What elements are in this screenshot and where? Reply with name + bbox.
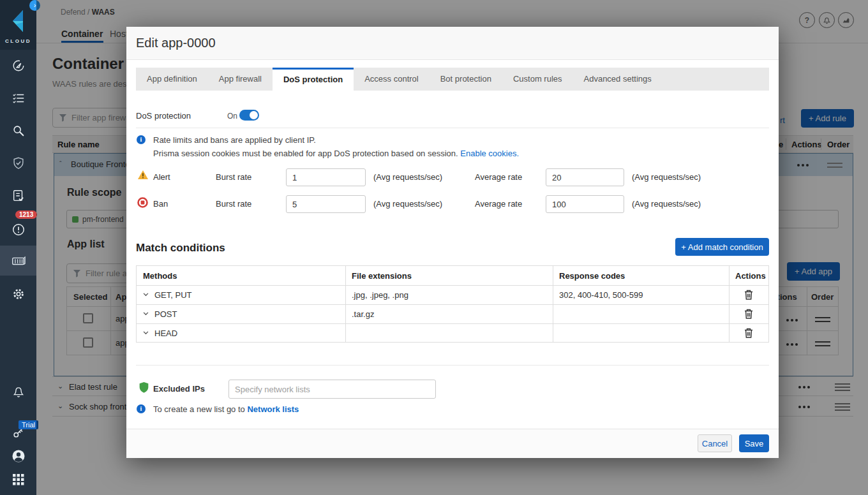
match-row-actions [729,323,768,343]
methods-header: Methods [137,266,345,285]
trash-icon[interactable] [744,328,753,338]
chevron-down-icon[interactable] [143,293,149,297]
match-row-codes [553,304,729,323]
match-row-extensions: .jpg, .jpeg, .png [345,285,553,304]
ban-icon [137,197,148,208]
sidebar-item-search[interactable] [0,116,36,145]
match-row-extensions: .tar.gz [345,304,553,323]
cancel-button[interactable]: Cancel [698,434,732,452]
match-row-actions [729,304,768,323]
actions-header: Actions [729,266,768,285]
enable-cookies-link[interactable]: Enable cookies. [460,149,519,158]
network-lists-info: To create a new list go to Network lists [153,404,299,414]
warning-icon [137,170,149,180]
info-icon: i [137,404,146,413]
rate-unit-label: (Avg requests/sec) [632,199,701,209]
sidebar-item-compliance[interactable] [0,149,36,178]
alert-row-label: Alert [153,172,170,182]
trash-icon[interactable] [744,309,753,319]
ban-average-input[interactable] [546,195,624,213]
bell-icon [11,385,26,399]
tab-custom-rules[interactable]: Custom rules [502,68,573,91]
screen: Defend / WAAS ? Container Host Container… [0,0,868,495]
shield-icon [138,381,149,394]
modal-title: Edit app-0000 [136,36,216,50]
save-button[interactable]: Save [739,434,769,452]
info-line-1: Rate limits and bans are applied by clie… [153,135,316,145]
sidebar-item-alerts[interactable] [0,215,36,244]
tab-advanced-settings[interactable]: Advanced settings [573,68,662,91]
sidebar: CLOUD 1213 Trial [0,0,36,495]
match-row-actions [729,285,768,304]
rate-unit-label: (Avg requests/sec) [373,199,442,209]
search-icon [11,124,26,138]
file-extensions-header: File extensions [345,266,553,285]
dos-protection-toggle[interactable] [239,110,259,121]
chevron-down-icon[interactable] [143,331,149,335]
rate-unit-label: (Avg requests/sec) [632,172,701,182]
rate-unit-label: (Avg requests/sec) [373,172,442,182]
shield-check-icon [11,156,26,170]
average-rate-label: Average rate [475,199,522,209]
alert-burst-input[interactable] [286,168,366,186]
match-row-methods[interactable]: POST [137,304,345,323]
modal-tabbar: App definition App firewall DoS protecti… [136,68,769,91]
add-match-condition-button[interactable]: + Add match condition [675,238,769,256]
match-conditions-heading: Match conditions [136,242,225,255]
average-rate-label: Average rate [475,172,522,182]
match-conditions-table: Methods File extensions Response codes A… [136,265,769,343]
sidebar-item-containers[interactable] [0,246,36,276]
user-icon [11,448,26,464]
trial-badge: Trial [19,420,38,429]
tab-access-control[interactable]: Access control [354,68,430,91]
excluded-ips-label: Excluded IPs [153,384,205,394]
match-row-methods[interactable]: GET, PUT [137,285,345,304]
ban-burst-input[interactable] [286,195,366,213]
match-row-extensions [345,323,553,343]
match-row-codes: 302, 400-410, 500-599 [553,285,729,304]
match-row-codes [553,323,729,343]
burst-rate-label: Burst rate [216,172,251,182]
dos-protection-label: DoS protection [136,111,191,121]
toggle-state-label: On [227,112,237,121]
sidebar-item-dashboard[interactable] [0,51,36,80]
prisma-cloud-logo-icon [8,9,29,33]
excluded-ips-input[interactable] [228,380,436,399]
edit-app-modal: Edit app-0000 App definition App firewal… [126,27,779,458]
tab-dos-protection[interactable]: DoS protection [273,68,354,91]
sidebar-item-inventory[interactable] [0,84,36,113]
match-row-methods[interactable]: HEAD [137,323,345,343]
burst-rate-label: Burst rate [216,199,251,209]
sidebar-item-policies[interactable] [0,181,36,211]
ban-row-label: Ban [153,199,168,209]
trash-icon[interactable] [744,290,753,300]
info-icon: i [137,135,146,144]
alert-circle-icon [11,223,26,237]
tab-bot-protection[interactable]: Bot protection [430,68,502,91]
response-codes-header: Response codes [553,266,729,285]
grid-icon [12,473,25,486]
alert-average-input[interactable] [546,168,624,186]
info-line-2: Prisma session cookies must be enabled f… [153,149,519,158]
modal-footer: Cancel Save [126,429,779,458]
container-icon [11,254,26,268]
network-lists-link[interactable]: Network lists [247,404,299,414]
sidebar-item-notifications[interactable] [0,377,36,406]
checklist-icon [11,91,26,105]
alerts-count-badge: 1213 [15,211,37,219]
sidebar-item-settings[interactable] [0,279,36,309]
sidebar-item-apps[interactable] [0,465,36,494]
chevron-down-icon[interactable] [143,312,149,316]
tab-app-definition[interactable]: App definition [136,68,208,91]
gear-icon [11,287,26,301]
document-check-icon [11,189,26,203]
tab-app-firewall[interactable]: App firewall [208,68,273,91]
gauge-icon [11,59,26,73]
logo-text: CLOUD [0,38,36,44]
modal-header: Edit app-0000 [126,27,779,60]
